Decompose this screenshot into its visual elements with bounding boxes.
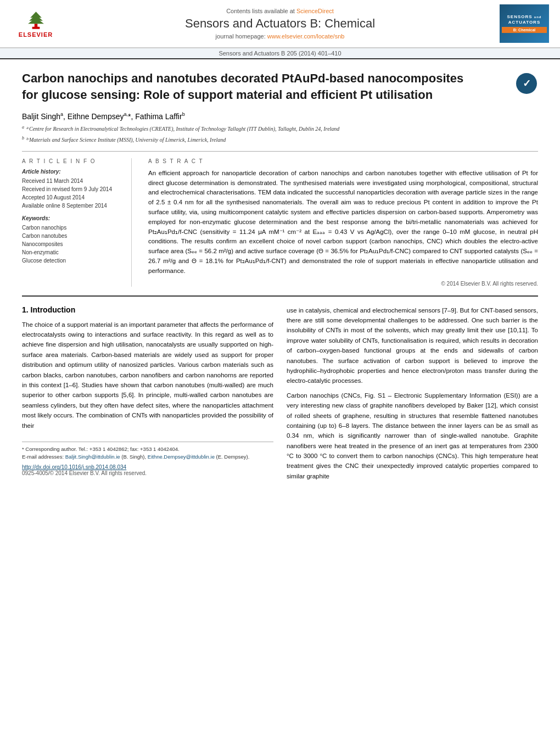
- affiliation-a: a ᵃ Centre for Research in Electroanalyt…: [22, 124, 538, 133]
- keyword-2: Carbon nanotubes: [22, 232, 120, 240]
- main-content: 1. Introduction The choice of a support …: [22, 305, 538, 486]
- elsevier-logo: ELSEVIER: [11, 9, 60, 39]
- footnote-section: * Corresponding author. Tel.: +353 1 404…: [22, 442, 273, 477]
- page-wrapper: ELSEVIER Contents lists available at Sci…: [0, 0, 560, 496]
- homepage-url[interactable]: www.elsevier.com/locate/snb: [267, 33, 345, 40]
- sciencedirect-link: Contents lists available at ScienceDirec…: [71, 8, 489, 14]
- crossmark-badge: ✓: [516, 73, 538, 95]
- citation-bar: Sensors and Actuators B 205 (2014) 401–4…: [0, 48, 560, 59]
- article-title-section: Carbon nanochips and nanotubes decorated…: [22, 70, 538, 103]
- abstract-text: An efficient approach for nanoparticle d…: [148, 169, 538, 276]
- footnote-corresponding: * Corresponding author. Tel.: +353 1 404…: [22, 445, 273, 453]
- intro-paragraph-1: The choice of a support material is an i…: [22, 320, 273, 431]
- sensors-logo-sub: B: Chemical: [502, 27, 547, 33]
- sensors-logo-top: SENSORS and ACTUATORS: [507, 14, 541, 25]
- divider-2: [22, 295, 538, 297]
- author-eithne: Eithne Dempseya,*: [68, 112, 131, 121]
- elsevier-label: ELSEVIER: [19, 31, 53, 38]
- available-date: Available online 8 September 2014: [22, 202, 120, 210]
- sensors-actuators-logo: SENSORS and ACTUATORS B: Chemical: [500, 4, 549, 43]
- revised-date: Received in revised form 9 July 2014: [22, 185, 120, 193]
- right-paragraph-1: use in catalysis, chemical and electroch…: [287, 305, 538, 386]
- author-fathima: Fathima Laffirb: [135, 112, 184, 121]
- journal-header: ELSEVIER Contents lists available at Sci…: [0, 0, 560, 48]
- article-body: Carbon nanochips and nanotubes decorated…: [0, 59, 560, 496]
- keyword-1: Carbon nanochips: [22, 224, 120, 232]
- journal-title: Sensors and Actuators B: Chemical: [71, 16, 489, 31]
- history-label: Article history:: [22, 169, 120, 175]
- info-abstract-section: A R T I C L E I N F O Article history: R…: [22, 158, 538, 287]
- crossmark-icon: ✓: [516, 73, 537, 94]
- footnote-emails: E-mail addresses: Baljit.Singh@ittdublin…: [22, 453, 273, 461]
- doi-link[interactable]: http://dx.doi.org/10.1016/j.snb.2014.08.…: [22, 464, 126, 470]
- header-center: Contents lists available at ScienceDirec…: [60, 8, 500, 40]
- elsevier-tree-icon: [21, 9, 51, 30]
- divider-1: [22, 151, 538, 152]
- keywords-label: Keywords:: [22, 215, 120, 221]
- section1-heading: 1. Introduction: [22, 305, 273, 314]
- email-eithne[interactable]: Eithne.Dempsey@ittdublin.ie: [148, 454, 215, 460]
- abstract-col: A B S T R A C T An efficient approach fo…: [148, 158, 538, 287]
- right-paragraph-2: Carbon nanochips (CNCs, Fig. S1 – Electr…: [287, 390, 538, 482]
- journal-homepage: journal homepage: www.elsevier.com/locat…: [71, 33, 489, 40]
- doi-line: http://dx.doi.org/10.1016/j.snb.2014.08.…: [22, 464, 273, 470]
- accepted-date: Accepted 10 August 2014: [22, 193, 120, 202]
- main-right-col: use in catalysis, chemical and electroch…: [287, 305, 538, 486]
- keyword-3: Nanocomposites: [22, 240, 120, 248]
- authors-line: Baljit Singha, Eithne Dempseya,*, Fathim…: [22, 111, 538, 121]
- abstract-heading: A B S T R A C T: [148, 158, 538, 164]
- author-baljit: Baljit Singha: [22, 112, 63, 121]
- svg-text:✓: ✓: [523, 78, 531, 89]
- issn-line: 0925-4005/© 2014 Elsevier B.V. All right…: [22, 470, 273, 476]
- affiliation-b: b ᵇ Materials and Surface Science Instit…: [22, 135, 538, 144]
- keyword-5: Glucose detection: [22, 256, 120, 265]
- keyword-4: Non-enzymatic: [22, 248, 120, 256]
- article-info-col: A R T I C L E I N F O Article history: R…: [22, 158, 132, 287]
- main-left-col: 1. Introduction The choice of a support …: [22, 305, 273, 486]
- article-info-heading: A R T I C L E I N F O: [22, 158, 120, 164]
- email-baljit[interactable]: Baljit.Singh@ittdublin.ie: [65, 454, 120, 460]
- received-date: Received 11 March 2014: [22, 177, 120, 185]
- sciencedirect-anchor[interactable]: ScienceDirect: [296, 8, 334, 14]
- svg-rect-1: [32, 27, 40, 29]
- article-title: Carbon nanochips and nanotubes decorated…: [22, 70, 472, 103]
- copyright-line: © 2014 Elsevier B.V. All rights reserved…: [148, 281, 538, 287]
